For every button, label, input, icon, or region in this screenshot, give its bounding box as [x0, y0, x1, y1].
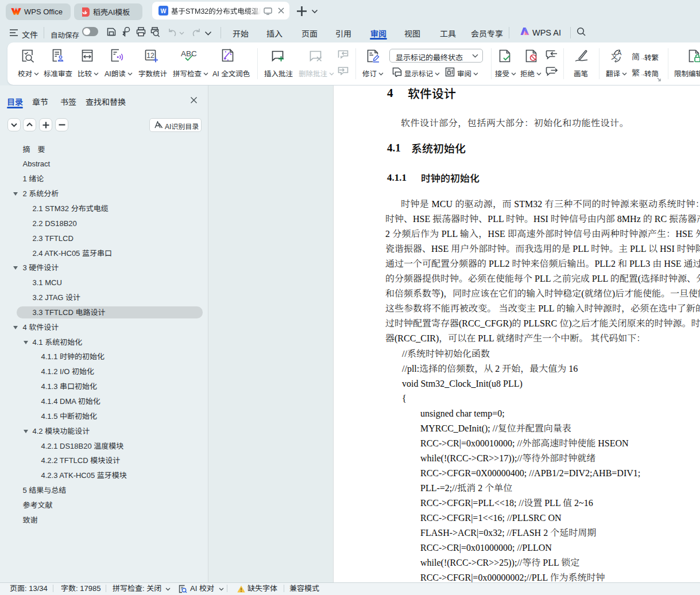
svg-text:ABC: ABC — [181, 50, 197, 58]
svg-text:W: W — [161, 7, 167, 14]
svg-text:12: 12 — [146, 52, 154, 60]
